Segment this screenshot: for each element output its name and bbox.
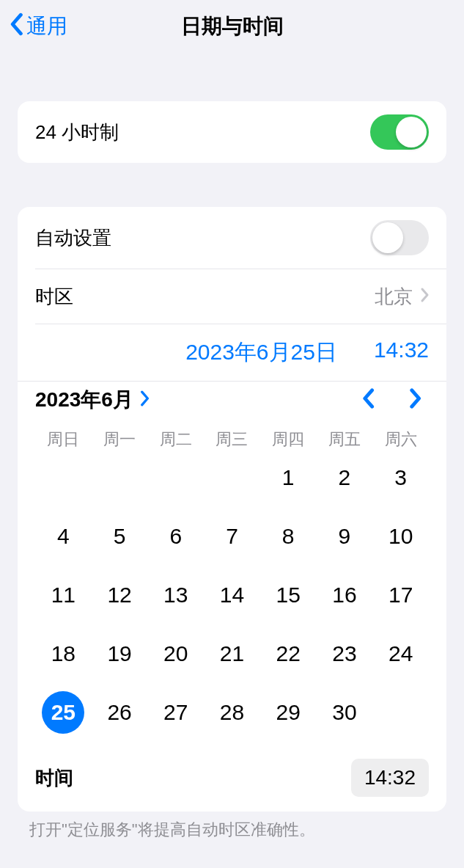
chevron-right-icon <box>139 388 150 412</box>
weekday-label: 周五 <box>317 428 373 451</box>
time-label: 时间 <box>35 765 73 791</box>
row-datetime: 2023年6月25日 14:32 <box>18 324 446 381</box>
toggle-knob <box>396 117 427 147</box>
day-cell[interactable]: 22 <box>260 632 317 675</box>
day-cell[interactable]: 11 <box>35 574 92 616</box>
day-cell[interactable]: 5 <box>92 515 148 558</box>
day-cell[interactable]: 6 <box>147 515 204 558</box>
row-timezone[interactable]: 时区 北京 <box>18 269 446 324</box>
group-settings: 自动设置 时区 北京 2023年6月25日 14:32 2023年6月 <box>18 207 446 812</box>
day-cell[interactable]: 13 <box>147 574 204 616</box>
day-cell[interactable]: 23 <box>317 632 373 675</box>
value-timezone: 北京 <box>375 284 413 310</box>
day-cell[interactable]: 14 <box>204 574 260 616</box>
day-grid: 1234567891011121314151617181920212223242… <box>35 456 429 734</box>
toggle-knob <box>372 222 403 253</box>
toggle-24h[interactable] <box>370 114 429 150</box>
day-cell[interactable]: 21 <box>204 632 260 675</box>
footnote: 打开"定位服务"将提高自动时区准确性。 <box>29 819 435 841</box>
day-cell[interactable]: 20 <box>147 632 204 675</box>
day-cell[interactable]: 24 <box>372 632 429 675</box>
day-cell[interactable]: 9 <box>317 515 373 558</box>
day-cell[interactable]: 1 <box>260 456 317 499</box>
weekday-label: 周一 <box>92 428 148 451</box>
weekday-label: 周三 <box>204 428 260 451</box>
day-cell[interactable]: 29 <box>260 691 317 734</box>
day-cell[interactable]: 3 <box>372 456 429 499</box>
day-cell[interactable]: 25 <box>35 691 92 734</box>
day-cell[interactable]: 18 <box>35 632 92 675</box>
back-button[interactable]: 通用 <box>9 12 67 41</box>
day-cell[interactable]: 8 <box>260 515 317 558</box>
day-cell[interactable]: 17 <box>372 574 429 616</box>
toggle-auto-set[interactable] <box>370 220 429 255</box>
day-cell[interactable]: 16 <box>317 574 373 616</box>
weekday-label: 周四 <box>260 428 317 451</box>
calendar: 2023年6月 周日周一周二周三周四周五周六 12345678910111213… <box>18 382 446 747</box>
day-cell[interactable]: 19 <box>92 632 148 675</box>
label-24h: 24 小时制 <box>35 120 119 145</box>
day-cell[interactable]: 4 <box>35 515 92 558</box>
day-cell[interactable]: 30 <box>317 691 373 734</box>
row-auto-set[interactable]: 自动设置 <box>18 207 446 269</box>
day-cell[interactable]: 15 <box>260 574 317 616</box>
weekday-label: 周六 <box>372 428 429 451</box>
label-timezone: 时区 <box>35 284 73 310</box>
month-picker[interactable]: 2023年6月 <box>35 386 150 414</box>
chevron-left-icon <box>9 12 23 41</box>
selected-date[interactable]: 2023年6月25日 <box>185 338 337 368</box>
selected-time[interactable]: 14:32 <box>374 338 429 368</box>
day-cell[interactable]: 12 <box>92 574 148 616</box>
group-24h: 24 小时制 <box>18 101 446 163</box>
day-cell[interactable]: 10 <box>372 515 429 558</box>
day-cell[interactable]: 28 <box>204 691 260 734</box>
next-month-button[interactable] <box>408 388 421 412</box>
day-cell[interactable]: 7 <box>204 515 260 558</box>
day-cell[interactable]: 27 <box>147 691 204 734</box>
back-label: 通用 <box>26 12 67 40</box>
day-cell[interactable]: 2 <box>317 456 373 499</box>
page-title: 日期与时间 <box>0 12 464 40</box>
time-picker[interactable]: 14:32 <box>351 759 429 797</box>
chevron-right-icon <box>420 287 429 306</box>
day-cell[interactable]: 26 <box>92 691 148 734</box>
label-auto-set: 自动设置 <box>35 225 111 251</box>
weekday-label: 周二 <box>147 428 204 451</box>
weekday-label: 周日 <box>35 428 92 451</box>
prev-month-button[interactable] <box>361 388 375 412</box>
weekday-header: 周日周一周二周三周四周五周六 <box>35 428 429 451</box>
month-label: 2023年6月 <box>35 386 133 414</box>
